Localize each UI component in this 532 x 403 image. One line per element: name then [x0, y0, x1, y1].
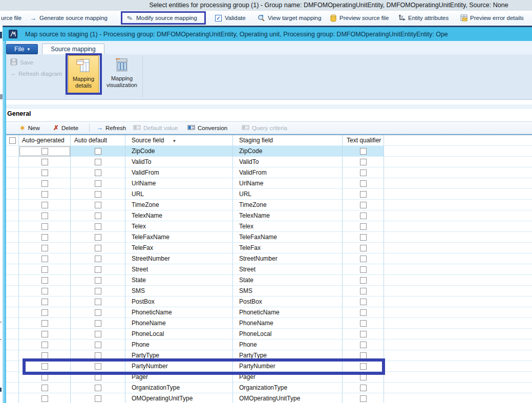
text-qualifier-checkbox[interactable] [360, 352, 367, 359]
text-qualifier-checkbox[interactable] [360, 331, 367, 337]
staging-field-cell[interactable]: State [233, 275, 343, 286]
auto-default-checkbox[interactable] [95, 352, 101, 359]
table-row[interactable]: TelexTelex [6, 221, 532, 232]
text-qualifier-checkbox[interactable] [360, 374, 367, 380]
auto-default-checkbox[interactable] [95, 395, 101, 402]
text-qualifier-cell[interactable] [343, 210, 384, 221]
auto-generated-cell[interactable] [19, 286, 71, 296]
auto-default-cell[interactable] [71, 146, 125, 157]
auto-default-checkbox[interactable] [95, 299, 101, 305]
auto-default-cell[interactable] [71, 210, 125, 221]
source-field-cell[interactable]: State [125, 275, 233, 286]
source-field-cell[interactable]: SMS [125, 286, 233, 296]
text-qualifier-cell[interactable] [343, 372, 384, 383]
auto-default-cell[interactable] [71, 350, 125, 361]
row-selector-cell[interactable] [6, 167, 19, 178]
staging-field-cell[interactable]: TeleFax [233, 243, 343, 253]
auto-generated-cell[interactable] [19, 329, 71, 340]
staging-field-cell[interactable]: StreetNumber [233, 253, 343, 264]
staging-field-cell[interactable]: PostBox [233, 296, 343, 307]
text-qualifier-checkbox[interactable] [360, 180, 367, 187]
auto-generated-checkbox[interactable] [41, 169, 48, 176]
source-field-cell[interactable]: UrlName [125, 178, 233, 189]
auto-default-checkbox[interactable] [95, 277, 101, 284]
refresh-diagram-button[interactable]: → Refresh diagram [9, 70, 62, 77]
staging-field-cell[interactable]: ValidTo [233, 157, 343, 167]
table-row[interactable]: ZipCodeZipCode [6, 146, 532, 157]
table-row[interactable]: PhonePhone [6, 340, 532, 350]
column-header-auto-default[interactable]: Auto default [71, 135, 125, 146]
column-header-source-field[interactable]: Source field▼ [125, 135, 233, 146]
text-qualifier-cell[interactable] [343, 189, 384, 200]
text-qualifier-checkbox[interactable] [360, 169, 367, 176]
delete-button[interactable]: ✗ Delete [53, 122, 78, 134]
auto-generated-cell[interactable] [19, 361, 71, 372]
row-selector-cell[interactable] [6, 340, 19, 350]
text-qualifier-checkbox[interactable] [360, 363, 367, 370]
text-qualifier-checkbox[interactable] [360, 385, 367, 391]
auto-generated-checkbox[interactable] [41, 352, 48, 359]
auto-default-cell[interactable] [71, 340, 125, 350]
auto-generated-checkbox[interactable] [41, 213, 48, 219]
row-selector-cell[interactable] [6, 210, 19, 221]
row-selector-cell[interactable] [6, 318, 19, 329]
auto-default-cell[interactable] [71, 167, 125, 178]
row-selector-cell[interactable] [6, 307, 19, 318]
text-qualifier-cell[interactable] [343, 178, 384, 189]
source-field-cell[interactable]: ZipCode [125, 146, 233, 157]
staging-field-cell[interactable]: ZipCode [233, 146, 343, 157]
toolbar-item-generate-source-mapping[interactable]: → Generate source mapping [29, 11, 108, 25]
row-selector-cell[interactable] [6, 275, 19, 286]
text-qualifier-cell[interactable] [343, 200, 384, 210]
text-qualifier-cell[interactable] [343, 243, 384, 253]
auto-generated-cell[interactable] [19, 318, 71, 329]
auto-generated-checkbox[interactable] [41, 363, 48, 370]
auto-generated-cell[interactable] [19, 221, 71, 232]
source-field-cell[interactable]: ValidTo [125, 157, 233, 167]
text-qualifier-checkbox[interactable] [360, 202, 367, 208]
auto-generated-checkbox[interactable] [41, 245, 48, 251]
toolbar-item-preview-error-details[interactable]: Preview error details [460, 11, 524, 25]
auto-default-cell[interactable] [71, 264, 125, 275]
auto-default-cell[interactable] [71, 286, 125, 296]
row-selector-cell[interactable] [6, 361, 19, 372]
auto-generated-checkbox[interactable] [41, 266, 48, 273]
auto-generated-cell[interactable] [19, 146, 71, 157]
table-row[interactable]: ValidToValidTo [6, 157, 532, 167]
new-button[interactable]: ✶ New [19, 122, 40, 134]
source-field-cell[interactable]: OrganizationType [125, 383, 233, 393]
table-row[interactable]: PartyNumberPartyNumber [6, 361, 532, 372]
text-qualifier-checkbox[interactable] [360, 245, 367, 251]
auto-default-cell[interactable] [71, 275, 125, 286]
text-qualifier-checkbox[interactable] [360, 288, 367, 294]
auto-default-checkbox[interactable] [95, 266, 101, 273]
table-row[interactable]: PartyTypePartyType [6, 350, 532, 361]
auto-generated-cell[interactable] [19, 210, 71, 221]
text-qualifier-cell[interactable] [343, 393, 384, 403]
text-qualifier-cell[interactable] [343, 340, 384, 350]
auto-generated-cell[interactable] [19, 264, 71, 275]
auto-default-checkbox[interactable] [95, 385, 101, 391]
source-field-cell[interactable]: TimeZone [125, 200, 233, 210]
table-row[interactable]: TeleFaxTeleFax [6, 243, 532, 253]
auto-generated-cell[interactable] [19, 178, 71, 189]
column-header-text-qualifier[interactable]: Text qualifier [343, 135, 384, 146]
auto-default-cell[interactable] [71, 383, 125, 393]
staging-field-cell[interactable]: PhoneName [233, 318, 343, 329]
file-menu-button[interactable]: File ▾ [6, 44, 38, 54]
auto-generated-cell[interactable] [19, 275, 71, 286]
table-row[interactable]: TelexNameTelexName [6, 210, 532, 221]
text-qualifier-cell[interactable] [343, 253, 384, 264]
text-qualifier-checkbox[interactable] [360, 266, 367, 273]
auto-default-cell[interactable] [71, 361, 125, 372]
auto-default-checkbox[interactable] [95, 256, 101, 262]
toolbar-item-view-target-mapping[interactable]: View target mapping [258, 11, 322, 25]
auto-generated-checkbox[interactable] [41, 385, 48, 391]
auto-default-checkbox[interactable] [95, 159, 101, 165]
text-qualifier-checkbox[interactable] [360, 320, 367, 327]
staging-field-cell[interactable]: PhoneLocal [233, 329, 343, 340]
staging-field-cell[interactable]: TimeZone [233, 200, 343, 210]
auto-generated-checkbox[interactable] [41, 191, 48, 198]
auto-default-cell[interactable] [71, 372, 125, 383]
text-qualifier-cell[interactable] [343, 221, 384, 232]
